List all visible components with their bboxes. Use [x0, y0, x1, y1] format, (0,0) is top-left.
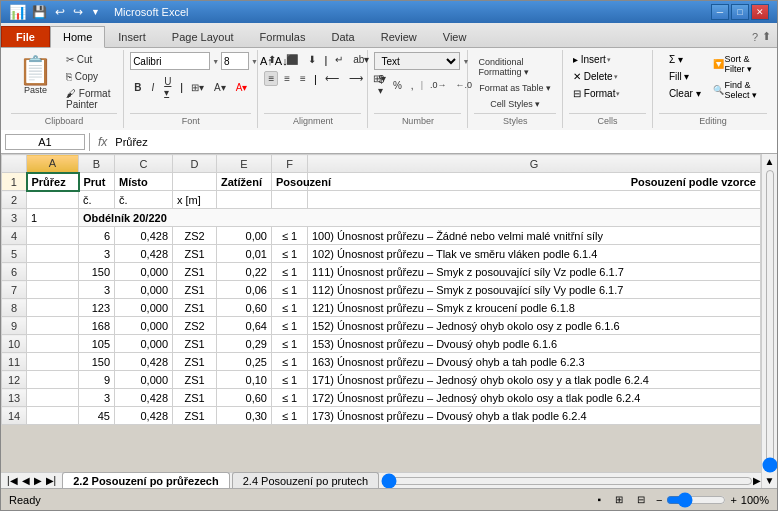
tab-formulas[interactable]: Formulas	[247, 26, 319, 47]
formula-input[interactable]	[111, 135, 773, 149]
cell-d5[interactable]: ZS1	[173, 245, 217, 263]
cell-f4[interactable]: ≤ 1	[272, 227, 308, 245]
border-button[interactable]: ⊞▾	[187, 80, 208, 95]
scroll-up-arrow[interactable]: ▲	[763, 154, 777, 169]
cell-b12[interactable]: 9	[79, 371, 115, 389]
insert-cells-button[interactable]: ▸ Insert ▾	[569, 52, 615, 67]
cell-b6[interactable]: 150	[79, 263, 115, 281]
cell-f5[interactable]: ≤ 1	[272, 245, 308, 263]
cell-e5[interactable]: 0,01	[217, 245, 272, 263]
cell-b13[interactable]: 3	[79, 389, 115, 407]
cell-a6[interactable]	[27, 263, 79, 281]
cell-g1[interactable]: Posouzení podle vzorce	[308, 173, 761, 191]
align-bottom-button[interactable]: ⬇	[304, 52, 320, 67]
scroll-right-arrow[interactable]: ▶	[753, 475, 761, 486]
sheet-nav-first[interactable]: |◀	[5, 475, 20, 486]
cell-d9[interactable]: ZS2	[173, 317, 217, 335]
name-box[interactable]	[5, 134, 85, 150]
cell-e10[interactable]: 0,29	[217, 335, 272, 353]
cell-d12[interactable]: ZS1	[173, 371, 217, 389]
cell-a7[interactable]	[27, 281, 79, 299]
font-color-button[interactable]: A▾	[232, 80, 252, 95]
horizontal-scrollbar[interactable]	[381, 475, 753, 487]
comma-button[interactable]: ,	[407, 78, 418, 93]
cell-b14[interactable]: 45	[79, 407, 115, 425]
cell-f12[interactable]: ≤ 1	[272, 371, 308, 389]
maximize-button[interactable]: □	[731, 4, 749, 20]
cell-d13[interactable]: ZS1	[173, 389, 217, 407]
cell-d8[interactable]: ZS1	[173, 299, 217, 317]
cell-a4[interactable]	[27, 227, 79, 245]
quick-access-dropdown[interactable]: ▼	[89, 6, 102, 18]
cell-a10[interactable]	[27, 335, 79, 353]
cell-a14[interactable]	[27, 407, 79, 425]
cell-c1[interactable]: Místo	[115, 173, 173, 191]
sheet-nav-next[interactable]: ▶	[32, 475, 44, 486]
cell-g4[interactable]: 100) Únosnost průřezu – Žádné nebo velmi…	[308, 227, 761, 245]
cell-b10[interactable]: 105	[79, 335, 115, 353]
cell-c6[interactable]: 0,000	[115, 263, 173, 281]
increase-indent-button[interactable]: ⟶	[345, 71, 367, 86]
cell-d11[interactable]: ZS1	[173, 353, 217, 371]
currency-button[interactable]: $ ▾	[374, 72, 388, 98]
col-header-e[interactable]: E	[217, 155, 272, 173]
cell-b3-merged[interactable]: Obdélník 20/220	[79, 209, 761, 227]
quick-access-undo[interactable]: ↩	[53, 4, 67, 20]
cell-d4[interactable]: ZS2	[173, 227, 217, 245]
align-right-button[interactable]: ≡	[296, 71, 310, 86]
font-size-dropdown-icon[interactable]: ▼	[251, 58, 258, 65]
cell-a9[interactable]	[27, 317, 79, 335]
cell-c13[interactable]: 0,428	[115, 389, 173, 407]
zoom-in-button[interactable]: +	[730, 494, 736, 506]
cell-b7[interactable]: 3	[79, 281, 115, 299]
cell-g2[interactable]	[308, 191, 761, 209]
font-name-dropdown-icon[interactable]: ▼	[212, 58, 219, 65]
cell-f9[interactable]: ≤ 1	[272, 317, 308, 335]
cell-b5[interactable]: 3	[79, 245, 115, 263]
minimize-button[interactable]: ─	[711, 4, 729, 20]
cell-e12[interactable]: 0,10	[217, 371, 272, 389]
cell-a8[interactable]	[27, 299, 79, 317]
decrease-indent-button[interactable]: ⟵	[321, 71, 343, 86]
cell-f1[interactable]: Posouzení	[272, 173, 308, 191]
cell-e8[interactable]: 0,60	[217, 299, 272, 317]
cut-button[interactable]: ✂ Cut	[62, 52, 117, 67]
cell-g5[interactable]: 102) Únosnost průřezu – Tlak ve směru vl…	[308, 245, 761, 263]
underline-button[interactable]: U ▾	[160, 74, 176, 100]
tab-page-layout[interactable]: Page Layout	[159, 26, 247, 47]
format-cells-button[interactable]: ⊟ Format ▾	[569, 86, 624, 101]
cell-e14[interactable]: 0,30	[217, 407, 272, 425]
cell-g10[interactable]: 153) Únosnost průřezu – Dvousý ohyb podl…	[308, 335, 761, 353]
cell-e11[interactable]: 0,25	[217, 353, 272, 371]
conditional-formatting-button[interactable]: Conditional Formatting ▾	[474, 55, 556, 79]
cell-g13[interactable]: 172) Únosnost průřezu – Jednosý ohyb oko…	[308, 389, 761, 407]
tab-file[interactable]: File	[1, 26, 50, 47]
number-format-select[interactable]: Text General Number Currency Percentage	[374, 52, 460, 70]
cell-g8[interactable]: 121) Únosnost průřezu – Smyk z kroucení …	[308, 299, 761, 317]
fill-color-button[interactable]: A▾	[210, 80, 230, 95]
zoom-slider[interactable]	[666, 492, 726, 508]
cell-c5[interactable]: 0,428	[115, 245, 173, 263]
cell-f8[interactable]: ≤ 1	[272, 299, 308, 317]
cell-f7[interactable]: ≤ 1	[272, 281, 308, 299]
cell-e2[interactable]	[217, 191, 272, 209]
tab-review[interactable]: Review	[368, 26, 430, 47]
font-name-input[interactable]	[130, 52, 210, 70]
sheet-tab-2[interactable]: 2.4 Posouzení po prutech	[232, 472, 379, 488]
cell-d2[interactable]: x [m]	[173, 191, 217, 209]
cell-d10[interactable]: ZS1	[173, 335, 217, 353]
cell-c4[interactable]: 0,428	[115, 227, 173, 245]
scroll-down-arrow[interactable]: ▼	[763, 473, 777, 488]
quick-access-redo[interactable]: ↪	[71, 4, 85, 20]
cell-f6[interactable]: ≤ 1	[272, 263, 308, 281]
col-header-b[interactable]: B	[79, 155, 115, 173]
cell-g6[interactable]: 111) Únosnost průřezu – Smyk z posouvají…	[308, 263, 761, 281]
cell-g14[interactable]: 173) Únosnost průřezu – Dvousý ohyb a tl…	[308, 407, 761, 425]
col-header-d[interactable]: D	[173, 155, 217, 173]
tab-data[interactable]: Data	[318, 26, 367, 47]
col-header-a[interactable]: A	[27, 155, 79, 173]
cell-f10[interactable]: ≤ 1	[272, 335, 308, 353]
align-left-button[interactable]: ≡	[264, 71, 278, 86]
cell-a1[interactable]: Průřez	[27, 173, 79, 191]
help-icon[interactable]: ?	[752, 31, 758, 43]
